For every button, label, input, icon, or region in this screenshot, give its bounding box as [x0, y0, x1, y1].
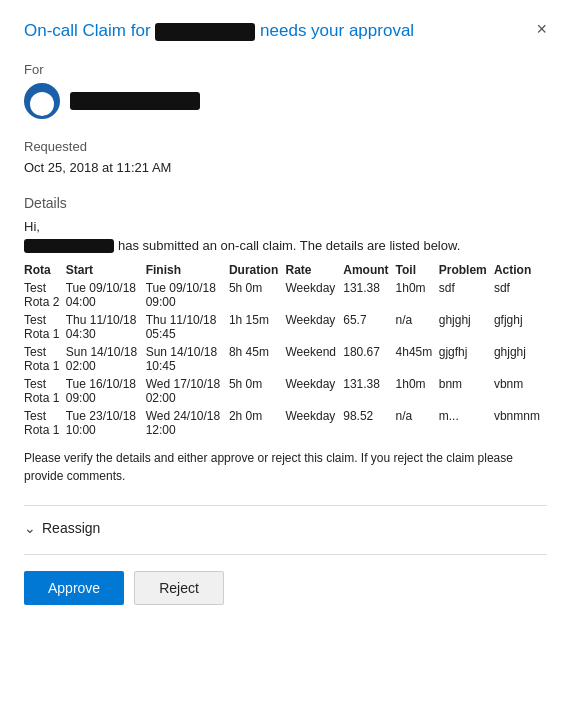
table-row: Test Rota 1Tue 16/10/18 09:00Wed 17/10/1…: [24, 375, 547, 407]
col-duration: Duration: [229, 261, 286, 279]
table-cell: sdf: [494, 279, 547, 311]
col-action: Action: [494, 261, 547, 279]
table-cell: 65.7: [343, 311, 395, 343]
claim-table: Rota Start Finish Duration Rate Amount T…: [24, 261, 547, 439]
table-cell: bnm: [439, 375, 494, 407]
table-cell: n/a: [396, 311, 439, 343]
table-cell: vbnm: [494, 375, 547, 407]
col-rota: Rota: [24, 261, 66, 279]
modal-title: On-call Claim for needs your approval: [24, 20, 536, 42]
action-buttons: Approve Reject: [24, 571, 547, 605]
table-cell: Sun 14/10/18 10:45: [146, 343, 229, 375]
submitted-line: has submitted an on-call claim. The deta…: [24, 238, 547, 253]
modal-header: On-call Claim for needs your approval ×: [24, 20, 547, 42]
col-amount: Amount: [343, 261, 395, 279]
for-section: For: [24, 62, 547, 119]
table-cell: ghjghj: [439, 311, 494, 343]
close-button[interactable]: ×: [536, 20, 547, 38]
details-label: Details: [24, 195, 547, 211]
table-row: Test Rota 1Tue 23/10/18 10:00Wed 24/10/1…: [24, 407, 547, 439]
title-redacted-name: [155, 23, 255, 41]
footer-divider: [24, 554, 547, 555]
table-row: Test Rota 1Sun 14/10/18 02:00Sun 14/10/1…: [24, 343, 547, 375]
table-cell: Test Rota 1: [24, 407, 66, 439]
chevron-down-icon: ⌄: [24, 520, 36, 536]
table-cell: m...: [439, 407, 494, 439]
table-cell: 98.52: [343, 407, 395, 439]
table-cell: 180.67: [343, 343, 395, 375]
table-cell: 131.38: [343, 375, 395, 407]
table-cell: Test Rota 1: [24, 375, 66, 407]
table-cell: Thu 11/10/18 05:45: [146, 311, 229, 343]
reject-button[interactable]: Reject: [134, 571, 224, 605]
table-cell: Weekday: [286, 279, 344, 311]
table-cell: 5h 0m: [229, 375, 286, 407]
modal-container: On-call Claim for needs your approval × …: [0, 0, 571, 724]
table-cell: Tue 09/10/18 09:00: [146, 279, 229, 311]
for-label: For: [24, 62, 547, 77]
table-cell: Weekend: [286, 343, 344, 375]
table-cell: sdf: [439, 279, 494, 311]
table-cell: Tue 09/10/18 04:00: [66, 279, 146, 311]
col-problem: Problem: [439, 261, 494, 279]
table-header-row: Rota Start Finish Duration Rate Amount T…: [24, 261, 547, 279]
table-cell: Test Rota 2: [24, 279, 66, 311]
table-cell: Weekday: [286, 311, 344, 343]
table-cell: vbnmnm: [494, 407, 547, 439]
table-cell: gfjghj: [494, 311, 547, 343]
table-cell: 1h 15m: [229, 311, 286, 343]
table-cell: Tue 23/10/18 10:00: [66, 407, 146, 439]
title-suffix: needs your approval: [260, 21, 414, 40]
table-cell: Thu 11/10/18 04:30: [66, 311, 146, 343]
table-cell: 2h 0m: [229, 407, 286, 439]
table-cell: 4h45m: [396, 343, 439, 375]
avatar-body: [30, 92, 54, 116]
table-cell: 1h0m: [396, 279, 439, 311]
table-cell: Weekday: [286, 375, 344, 407]
table-cell: Wed 17/10/18 02:00: [146, 375, 229, 407]
greeting-text: Hi,: [24, 219, 547, 234]
table-cell: Weekday: [286, 407, 344, 439]
user-name-redacted: [70, 92, 200, 110]
submitted-suffix: has submitted an on-call claim. The deta…: [118, 238, 460, 253]
table-cell: n/a: [396, 407, 439, 439]
col-start: Start: [66, 261, 146, 279]
table-cell: Wed 24/10/18 12:00: [146, 407, 229, 439]
claim-table-body: Test Rota 2Tue 09/10/18 04:00Tue 09/10/1…: [24, 279, 547, 439]
col-finish: Finish: [146, 261, 229, 279]
table-cell: 131.38: [343, 279, 395, 311]
requested-label: Requested: [24, 139, 547, 154]
avatar: [24, 83, 60, 119]
title-prefix: On-call Claim for: [24, 21, 151, 40]
reassign-row[interactable]: ⌄ Reassign: [24, 520, 547, 536]
col-rate: Rate: [286, 261, 344, 279]
col-toil: Toil: [396, 261, 439, 279]
requested-date: Oct 25, 2018 at 11:21 AM: [24, 160, 547, 175]
user-row: [24, 83, 547, 119]
table-cell: ghjghj: [494, 343, 547, 375]
divider-1: [24, 505, 547, 506]
table-cell: Sun 14/10/18 02:00: [66, 343, 146, 375]
approve-button[interactable]: Approve: [24, 571, 124, 605]
table-cell: Test Rota 1: [24, 311, 66, 343]
submitter-name-redacted: [24, 239, 114, 253]
table-cell: gjgfhj: [439, 343, 494, 375]
table-row: Test Rota 2Tue 09/10/18 04:00Tue 09/10/1…: [24, 279, 547, 311]
requested-section: Requested Oct 25, 2018 at 11:21 AM: [24, 139, 547, 175]
table-row: Test Rota 1Thu 11/10/18 04:30Thu 11/10/1…: [24, 311, 547, 343]
reassign-label: Reassign: [42, 520, 100, 536]
table-cell: 5h 0m: [229, 279, 286, 311]
table-cell: Test Rota 1: [24, 343, 66, 375]
table-cell: 1h0m: [396, 375, 439, 407]
verify-text: Please verify the details and either app…: [24, 449, 547, 485]
table-cell: 8h 45m: [229, 343, 286, 375]
details-section: Details Hi, has submitted an on-call cla…: [24, 195, 547, 485]
table-cell: Tue 16/10/18 09:00: [66, 375, 146, 407]
